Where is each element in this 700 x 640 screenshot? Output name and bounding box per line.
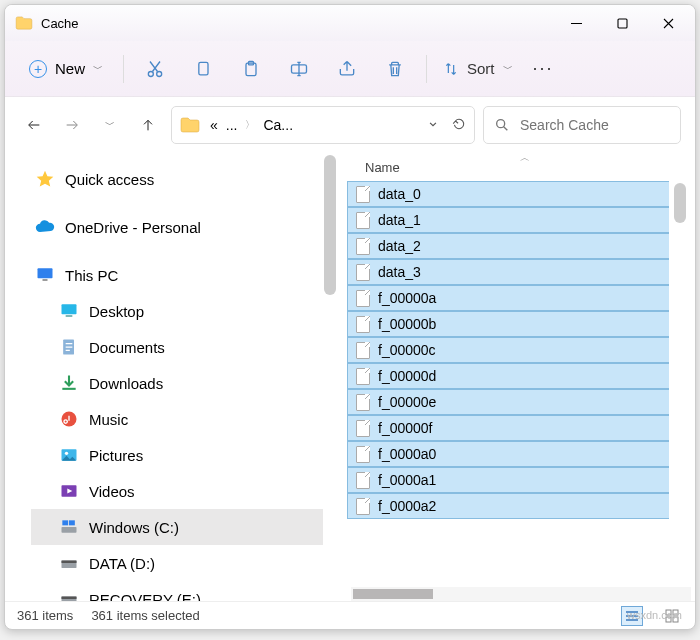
sidebar-this-pc[interactable]: This PC (31, 257, 323, 293)
file-row[interactable]: f_00000f (347, 415, 669, 441)
file-icon (356, 420, 370, 437)
more-button[interactable]: ··· (523, 52, 564, 85)
rename-button[interactable] (276, 49, 322, 89)
file-list[interactable]: data_0data_1data_2data_3f_00000af_00000b… (345, 181, 673, 583)
minimize-button[interactable] (553, 7, 599, 39)
new-button[interactable]: + New ﹀ (17, 54, 115, 84)
sidebar-pictures[interactable]: Pictures (31, 437, 323, 473)
file-row[interactable]: f_00000a (347, 285, 669, 311)
file-icon (356, 368, 370, 385)
delete-button[interactable] (372, 49, 418, 89)
file-icon (356, 342, 370, 359)
address-dropdown[interactable] (426, 117, 440, 134)
file-row[interactable]: f_0000a0 (347, 441, 669, 467)
svg-rect-0 (618, 19, 627, 28)
file-row[interactable]: f_00000b (347, 311, 669, 337)
svg-rect-18 (62, 520, 68, 525)
svg-rect-11 (66, 315, 73, 317)
file-row[interactable]: data_2 (347, 233, 669, 259)
desktop-icon (59, 301, 79, 321)
sidebar: Quick access OneDrive - Personal This PC… (5, 153, 345, 601)
windows-drive-icon (59, 517, 79, 537)
sidebar-scrollbar[interactable] (323, 153, 337, 601)
sidebar-drive-e[interactable]: RECOVERY (E:) (31, 581, 323, 601)
sidebar-videos[interactable]: Videos (31, 473, 323, 509)
status-selected: 361 items selected (91, 608, 199, 623)
file-name: f_00000b (378, 316, 436, 332)
file-icon (356, 316, 370, 333)
file-name: f_0000a0 (378, 446, 436, 462)
file-icon (356, 290, 370, 307)
file-name: f_0000a1 (378, 472, 436, 488)
file-row[interactable]: data_0 (347, 181, 669, 207)
scrollbar-thumb[interactable] (674, 183, 686, 223)
sidebar-drive-d[interactable]: DATA (D:) (31, 545, 323, 581)
sort-button[interactable]: Sort ﹀ (435, 54, 521, 83)
breadcrumb-ellipsis[interactable]: ... (222, 113, 242, 137)
file-row[interactable]: data_3 (347, 259, 669, 285)
file-name: f_00000f (378, 420, 433, 436)
forward-button[interactable] (57, 110, 87, 140)
drive-icon (59, 589, 79, 601)
refresh-button[interactable] (452, 117, 466, 134)
search-box[interactable] (483, 106, 681, 144)
sidebar-documents[interactable]: Documents (31, 329, 323, 365)
content-scrollbar[interactable] (673, 181, 687, 583)
svg-rect-3 (199, 62, 208, 75)
file-row[interactable]: f_00000e (347, 389, 669, 415)
sidebar-desktop[interactable]: Desktop (31, 293, 323, 329)
file-icon (356, 212, 370, 229)
file-icon (356, 472, 370, 489)
svg-rect-8 (38, 268, 53, 278)
body: Quick access OneDrive - Personal This PC… (5, 153, 695, 601)
svg-point-2 (157, 71, 162, 76)
file-row[interactable]: data_1 (347, 207, 669, 233)
svg-rect-21 (62, 561, 77, 564)
file-row[interactable]: f_0000a2 (347, 493, 669, 519)
copy-button[interactable] (180, 49, 226, 89)
file-icon (356, 446, 370, 463)
sidebar-drive-c[interactable]: Windows (C:) (31, 509, 323, 545)
status-count: 361 items (17, 608, 73, 623)
file-list-container: data_0data_1data_2data_3f_00000af_00000b… (345, 181, 695, 583)
scrollbar-thumb[interactable] (353, 589, 433, 599)
file-row[interactable]: f_0000a1 (347, 467, 669, 493)
sidebar-music[interactable]: Music (31, 401, 323, 437)
music-icon (59, 409, 79, 429)
horizontal-scrollbar[interactable] (351, 587, 691, 601)
file-name: data_3 (378, 264, 421, 280)
monitor-icon (35, 265, 55, 285)
paste-button[interactable] (228, 49, 274, 89)
search-input[interactable] (520, 117, 670, 133)
nav-row: ﹀ « ... 〉 Ca... (5, 97, 695, 153)
up-button[interactable] (133, 110, 163, 140)
sidebar-quick-access[interactable]: Quick access (31, 161, 323, 197)
recent-chevron[interactable]: ﹀ (95, 110, 125, 140)
watermark: wsxdn.com (627, 609, 682, 621)
cut-button[interactable] (132, 49, 178, 89)
svg-point-15 (65, 452, 68, 455)
breadcrumb-prev[interactable]: « (210, 117, 218, 133)
videos-icon (59, 481, 79, 501)
sidebar-onedrive[interactable]: OneDrive - Personal (31, 209, 323, 245)
file-name: f_00000e (378, 394, 436, 410)
column-header-name[interactable]: ︿ Name (345, 153, 695, 181)
titlebar[interactable]: Cache (5, 5, 695, 41)
close-button[interactable] (645, 7, 691, 39)
sort-label: Sort (467, 60, 495, 77)
breadcrumb-current[interactable]: Ca... (259, 113, 297, 137)
file-row[interactable]: f_00000d (347, 363, 669, 389)
file-row[interactable]: f_00000c (347, 337, 669, 363)
cloud-icon (35, 217, 55, 237)
svg-rect-23 (62, 597, 77, 600)
chevron-down-icon: ﹀ (93, 62, 103, 76)
address-bar[interactable]: « ... 〉 Ca... (171, 106, 475, 144)
svg-point-1 (148, 71, 153, 76)
divider (123, 55, 124, 83)
maximize-button[interactable] (599, 7, 645, 39)
file-icon (356, 238, 370, 255)
share-button[interactable] (324, 49, 370, 89)
sidebar-downloads[interactable]: Downloads (31, 365, 323, 401)
scrollbar-thumb[interactable] (324, 155, 336, 295)
back-button[interactable] (19, 110, 49, 140)
